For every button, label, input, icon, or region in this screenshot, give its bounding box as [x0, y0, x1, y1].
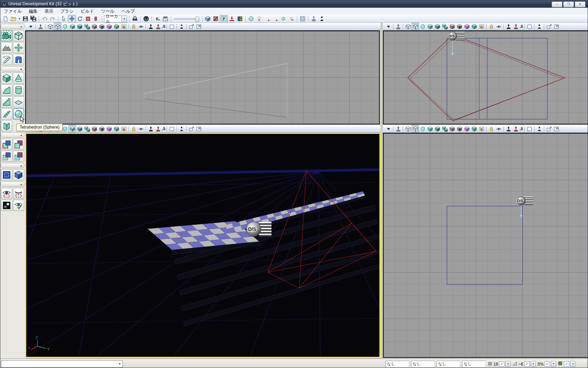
texture-density-icon[interactable]: [105, 125, 113, 132]
menu-item-3[interactable]: ブラシ: [57, 8, 77, 15]
light-complexity-icon[interactable]: [448, 23, 456, 30]
play-in-viewport-icon[interactable]: [505, 125, 512, 132]
show-flags-icon[interactable]: [495, 125, 502, 132]
game-view-icon[interactable]: G: [120, 23, 127, 30]
popout-viewport-icon[interactable]: [553, 23, 560, 30]
lit-mode-icon[interactable]: [69, 125, 76, 132]
cone-brush-button[interactable]: [13, 73, 24, 84]
status-field-2[interactable]: なし: [436, 361, 460, 367]
geometry-edit-mode-button[interactable]: [13, 54, 24, 65]
play-in-editor-button[interactable]: P: [220, 15, 228, 23]
search-actors-button[interactable]: [131, 15, 139, 23]
maximize-viewport-icon[interactable]: [526, 23, 533, 30]
detail-lighting-icon[interactable]: [434, 23, 441, 30]
save-all-button[interactable]: [29, 15, 37, 23]
translucent-selection-button[interactable]: [299, 15, 307, 23]
game-view-icon[interactable]: G: [478, 23, 485, 30]
texture-align-mode-button[interactable]: [1, 54, 12, 65]
viewport-canvas-bottom-right[interactable]: D/S: [383, 133, 588, 358]
content-browser-button[interactable]: [204, 15, 212, 23]
possess-player-icon[interactable]: [512, 125, 519, 132]
unlit-mode-icon[interactable]: [61, 23, 69, 30]
show-flags-icon[interactable]: [495, 23, 502, 30]
show-selected-button[interactable]: [1, 188, 12, 199]
rotation-grid-checkbox[interactable]: ✓: [524, 361, 530, 367]
invert-visibility-button[interactable]: [1, 200, 12, 211]
drag-grid-dropdown[interactable]: ▾: [505, 361, 511, 367]
menu-item-4[interactable]: ビルド: [77, 8, 98, 15]
brush-wireframe-icon[interactable]: [47, 23, 54, 30]
status-field-3[interactable]: なし: [462, 361, 486, 367]
wireframe-icon[interactable]: [54, 23, 61, 30]
viewport-canvas-top-right[interactable]: D/S: [383, 30, 588, 124]
spiral-staircase-brush-button[interactable]: [1, 108, 12, 120]
texture-density-icon[interactable]: [463, 23, 470, 30]
float-viewport-icon[interactable]: [188, 125, 195, 132]
camera-mode-button[interactable]: [1, 30, 12, 41]
sphere-light-button[interactable]: [279, 15, 287, 23]
small-light-button[interactable]: [287, 15, 295, 23]
play-from-here-button[interactable]: [310, 15, 318, 23]
minimize-button[interactable]: —: [552, 1, 562, 7]
cylinder-brush-button[interactable]: [13, 84, 24, 96]
pawn-view-icon[interactable]: [536, 23, 543, 30]
game-view-icon[interactable]: G: [120, 125, 127, 132]
pawn-view-icon[interactable]: [536, 125, 543, 132]
brush-wireframe-icon[interactable]: [404, 23, 412, 30]
light-actor-icon[interactable]: D/S: [448, 32, 464, 56]
show-flags-icon[interactable]: [137, 23, 145, 30]
translate-tool-button[interactable]: [68, 15, 76, 23]
play-in-viewport-icon[interactable]: [505, 23, 512, 30]
lighting-only-icon[interactable]: [441, 23, 448, 30]
udk-logo-button[interactable]: [142, 15, 150, 23]
open-map-split-arrow[interactable]: ▼: [18, 15, 21, 22]
lock-viewport-icon[interactable]: [488, 23, 495, 30]
show-flags-icon[interactable]: [137, 125, 145, 132]
popout-viewport-icon[interactable]: [195, 23, 202, 30]
chevron-down-icon[interactable]: ▼: [121, 16, 127, 22]
slider-thumb[interactable]: [195, 16, 199, 22]
chevron-down-icon[interactable]: ▼: [117, 362, 122, 366]
unlit-mode-icon[interactable]: [419, 23, 426, 30]
lit-mode-icon[interactable]: [69, 23, 76, 30]
hide-selected-button[interactable]: [13, 188, 24, 199]
open-kismet-button[interactable]: K: [153, 15, 161, 23]
texture-density-icon[interactable]: [105, 23, 113, 30]
open-map-button[interactable]: [9, 15, 18, 23]
status-field-0[interactable]: なし: [385, 361, 409, 367]
unlit-mode-icon[interactable]: [419, 125, 426, 132]
light-complexity-icon[interactable]: [91, 125, 98, 132]
play-in-viewport-icon[interactable]: [147, 125, 154, 132]
pawn-view-icon[interactable]: [178, 23, 185, 30]
wireframe-icon[interactable]: [412, 23, 419, 30]
csg-add-button[interactable]: [1, 139, 12, 150]
shader-complexity-icon[interactable]: S: [98, 125, 105, 132]
shader-complexity-icon[interactable]: S: [98, 23, 105, 30]
lit-mode-icon[interactable]: [426, 23, 434, 30]
light-actor-icon[interactable]: D/S: [246, 222, 272, 237]
brush-wireframe-icon[interactable]: [404, 125, 412, 132]
lighting-only-icon[interactable]: [83, 125, 91, 132]
play-in-viewport-icon[interactable]: [147, 23, 154, 30]
status-field-1[interactable]: なし: [411, 361, 435, 367]
viewport-canvas-top-left[interactable]: [25, 30, 380, 124]
sheet-brush-button[interactable]: [13, 96, 24, 108]
lock-viewport-icon[interactable]: [130, 125, 137, 132]
volumetric-brush-button[interactable]: [1, 120, 12, 131]
new-map-button[interactable]: [1, 15, 9, 23]
lighting-only-icon[interactable]: [441, 125, 448, 132]
rotation-grid-dropdown[interactable]: ▾: [531, 361, 536, 367]
collapse-visibility[interactable]: ▲: [1, 182, 24, 187]
viewport-options-icon[interactable]: [27, 23, 34, 30]
light-complexity-icon[interactable]: [448, 125, 456, 132]
autosave-checkbox[interactable]: ✓: [564, 361, 569, 367]
open-matinee-button[interactable]: [161, 15, 169, 23]
float-viewport-icon[interactable]: [545, 125, 553, 132]
scale-grid-checkbox[interactable]: ✓: [545, 361, 550, 367]
possess-pawn-button[interactable]: [318, 15, 326, 23]
collapse-csg[interactable]: ▲: [1, 132, 24, 138]
popout-viewport-icon[interactable]: [553, 125, 560, 132]
close-button[interactable]: ✕: [575, 1, 586, 7]
pawn-view-icon[interactable]: [178, 125, 185, 132]
game-view-icon[interactable]: G: [478, 125, 485, 132]
